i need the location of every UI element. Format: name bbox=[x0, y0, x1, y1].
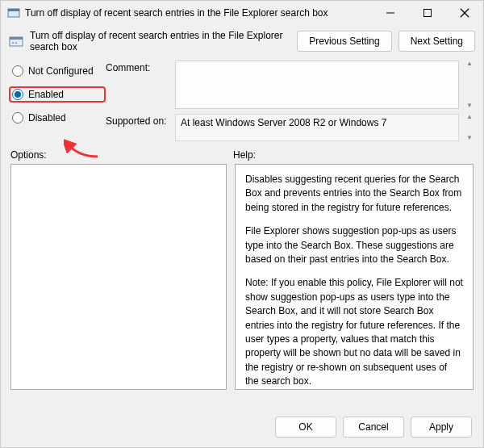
fields-column: Comment: ▲▼ Supported on: At least Windo… bbox=[106, 61, 475, 141]
svg-rect-1 bbox=[8, 9, 19, 11]
footer-buttons: OK Cancel Apply bbox=[1, 408, 483, 447]
svg-rect-3 bbox=[424, 10, 432, 17]
supported-on-value: At least Windows Server 2008 R2 or Windo… bbox=[175, 114, 459, 141]
radio-icon bbox=[12, 89, 23, 100]
comment-scroll[interactable]: ▲▼ bbox=[464, 61, 475, 109]
close-button[interactable] bbox=[446, 1, 483, 25]
next-setting-button[interactable]: Next Setting bbox=[398, 31, 475, 52]
policy-editor-window: Turn off display of recent search entrie… bbox=[0, 0, 484, 448]
radio-enabled[interactable]: Enabled bbox=[12, 89, 64, 100]
window-title: Turn off display of recent search entrie… bbox=[25, 7, 372, 19]
maximize-button[interactable] bbox=[409, 1, 446, 25]
policy-icon bbox=[7, 6, 20, 19]
svg-point-9 bbox=[15, 42, 17, 44]
radio-icon bbox=[12, 65, 23, 77]
header-row: Turn off display of recent search entrie… bbox=[1, 25, 483, 61]
minimize-button[interactable] bbox=[372, 1, 409, 25]
comment-label: Comment: bbox=[106, 61, 170, 73]
help-paragraph: Note: If you enable this policy, File Ex… bbox=[245, 276, 463, 388]
radio-icon bbox=[12, 112, 23, 124]
options-panel bbox=[10, 164, 227, 390]
svg-point-8 bbox=[12, 42, 14, 44]
radio-label: Disabled bbox=[28, 112, 66, 124]
help-paragraph: Disables suggesting recent queries for t… bbox=[245, 173, 463, 215]
titlebar: Turn off display of recent search entrie… bbox=[1, 1, 483, 25]
radio-disabled[interactable]: Disabled bbox=[9, 111, 106, 125]
radio-not-configured[interactable]: Not Configured bbox=[9, 64, 106, 78]
panel-labels: Options: Help: bbox=[1, 141, 483, 164]
supported-scroll[interactable]: ▲▼ bbox=[464, 114, 475, 141]
panels-row: Disables suggesting recent queries for t… bbox=[1, 164, 483, 408]
help-panel[interactable]: Disables suggesting recent queries for t… bbox=[235, 164, 474, 390]
radio-label: Enabled bbox=[28, 89, 64, 100]
previous-setting-button[interactable]: Previous Setting bbox=[297, 31, 391, 52]
policy-name: Turn off display of recent search entrie… bbox=[30, 30, 290, 52]
state-radio-group: Not Configured Enabled Disabled bbox=[9, 61, 106, 141]
policy-item-icon bbox=[9, 34, 23, 48]
supported-on-label: Supported on: bbox=[106, 114, 170, 127]
comment-input[interactable] bbox=[175, 61, 459, 109]
config-row: Not Configured Enabled Disabled bbox=[1, 61, 483, 141]
svg-rect-7 bbox=[10, 37, 23, 40]
radio-label: Not Configured bbox=[28, 65, 94, 77]
annotation-highlight: Enabled bbox=[9, 86, 106, 103]
apply-button[interactable]: Apply bbox=[411, 417, 472, 438]
ok-button[interactable]: OK bbox=[275, 417, 336, 438]
help-paragraph: File Explorer shows suggestion pop-ups a… bbox=[245, 224, 463, 266]
cancel-button[interactable]: Cancel bbox=[343, 417, 404, 438]
options-label: Options: bbox=[10, 149, 233, 161]
help-label: Help: bbox=[233, 149, 256, 161]
